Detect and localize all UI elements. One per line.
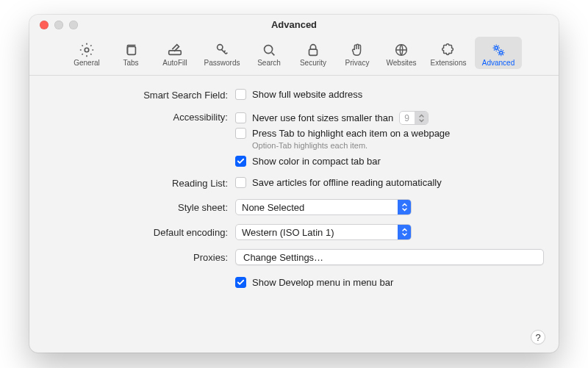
- select-min-font-size[interactable]: 9: [399, 111, 429, 125]
- text-compact-tab-color: Show color in compact tab bar: [252, 156, 381, 167]
- hand-icon: [349, 43, 365, 57]
- label-style-sheet: Style sheet:: [44, 201, 235, 213]
- row-smart-search: Smart Search Field: Show full website ad…: [44, 89, 544, 101]
- checkbox-min-font[interactable]: [235, 112, 246, 123]
- tabs-icon: [123, 43, 139, 57]
- titlebar: Advanced: [29, 15, 559, 35]
- zoom-window-button[interactable]: [69, 21, 78, 29]
- toolbar-search[interactable]: Search: [248, 37, 290, 69]
- button-change-proxy-settings[interactable]: Change Settings…: [235, 249, 544, 265]
- svg-point-8: [500, 51, 503, 54]
- toolbar-passwords[interactable]: Passwords: [198, 37, 245, 69]
- lock-icon: [305, 43, 321, 57]
- svg-rect-1: [127, 46, 135, 54]
- chevron-updown-icon: [398, 200, 411, 214]
- text-show-develop-menu: Show Develop menu in menu bar: [252, 277, 393, 288]
- label-reading-list: Reading List:: [44, 177, 235, 189]
- row-proxies: Proxies: Change Settings…: [44, 249, 544, 265]
- window-title: Advanced: [29, 15, 559, 30]
- toolbar-privacy[interactable]: Privacy: [337, 37, 378, 69]
- row-default-encoding: Default encoding: Western (ISO Latin 1): [44, 224, 544, 240]
- toolbar-security[interactable]: Security: [293, 37, 334, 69]
- text-min-font: Never use font sizes smaller than: [252, 112, 393, 123]
- row-reading-list: Reading List: Save articles for offline …: [44, 177, 544, 189]
- toolbar-autofill[interactable]: AutoFill: [154, 37, 196, 69]
- toolbar-websites[interactable]: Websites: [381, 37, 422, 69]
- text-save-offline: Save articles for offline reading automa…: [252, 177, 442, 188]
- label-smart-search: Smart Search Field:: [44, 89, 235, 101]
- puzzle-icon: [440, 43, 456, 57]
- svg-point-7: [495, 46, 498, 49]
- gear-icon: [79, 43, 95, 57]
- checkbox-compact-tab-color[interactable]: [235, 156, 246, 167]
- row-accessibility: Accessibility: Never use font sizes smal…: [44, 111, 544, 167]
- text-show-full-address: Show full website address: [252, 89, 362, 100]
- preferences-body: Smart Search Field: Show full website ad…: [29, 76, 559, 353]
- svg-point-0: [85, 48, 89, 52]
- window-controls: [40, 21, 78, 29]
- checkbox-save-offline[interactable]: [235, 177, 246, 188]
- chevron-updown-icon: [415, 112, 428, 124]
- checkbox-show-full-address[interactable]: [235, 89, 246, 100]
- select-default-encoding[interactable]: Western (ISO Latin 1): [235, 224, 412, 240]
- hint-option-tab: Option-Tab highlights each item.: [252, 141, 544, 150]
- minimize-window-button[interactable]: [54, 21, 63, 29]
- checkbox-press-tab[interactable]: [235, 128, 246, 139]
- double-gear-icon: [490, 43, 506, 57]
- label-default-encoding: Default encoding:: [44, 226, 235, 238]
- select-style-sheet[interactable]: None Selected: [235, 199, 412, 215]
- close-window-button[interactable]: [40, 21, 49, 29]
- text-press-tab: Press Tab to highlight each item on a we…: [252, 128, 450, 139]
- row-develop: Show Develop menu in menu bar: [44, 277, 544, 288]
- label-proxies: Proxies:: [44, 251, 235, 263]
- checkbox-show-develop-menu[interactable]: [235, 277, 246, 288]
- globe-icon: [393, 43, 409, 57]
- preferences-toolbar: General Tabs AutoFill Passwords Search: [29, 35, 559, 76]
- chevron-updown-icon: [398, 225, 411, 239]
- key-icon: [214, 43, 230, 57]
- svg-point-4: [265, 46, 273, 54]
- svg-rect-5: [309, 49, 318, 55]
- toolbar-general[interactable]: General: [66, 37, 107, 69]
- toolbar-extensions[interactable]: Extensions: [425, 37, 472, 69]
- toolbar-tabs[interactable]: Tabs: [110, 37, 151, 69]
- label-accessibility: Accessibility:: [44, 111, 235, 123]
- preferences-window: Advanced General Tabs AutoFill Passwords: [29, 15, 559, 353]
- help-button[interactable]: ?: [531, 330, 545, 344]
- search-icon: [261, 43, 277, 57]
- row-style-sheet: Style sheet: None Selected: [44, 199, 544, 215]
- pencil-field-icon: [167, 43, 183, 57]
- toolbar-advanced[interactable]: Advanced: [475, 37, 522, 69]
